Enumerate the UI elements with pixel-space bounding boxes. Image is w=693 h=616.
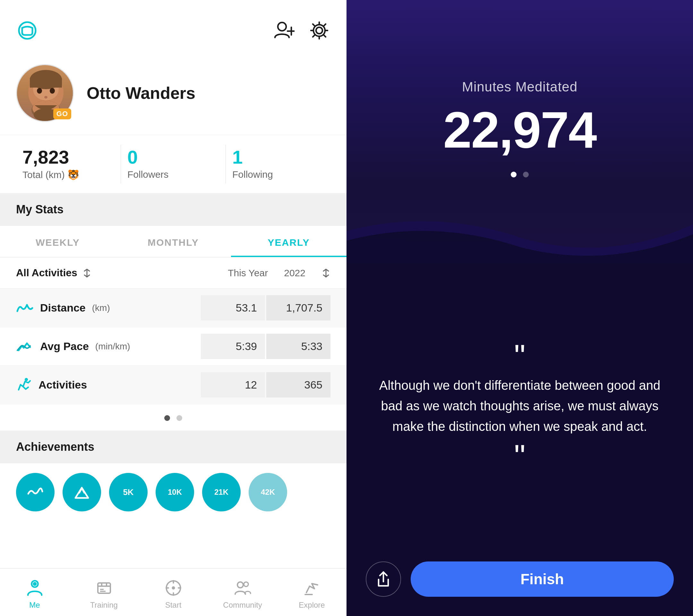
svg-point-11 [50,88,55,94]
total-km-stat: 7,823 Total (km) 🐯 [16,145,121,183]
followers-label: Followers [127,169,219,180]
activity-filter[interactable]: All Activities [16,267,92,279]
svg-point-16 [25,378,28,381]
svg-point-18 [33,582,37,586]
svg-point-12 [44,96,47,99]
share-icon [375,571,391,588]
svg-point-23 [244,582,248,587]
total-km-value: 7,823 [22,148,114,166]
training-icon [94,578,114,597]
bottom-nav: Me Training [0,568,346,616]
nav-training[interactable]: Training [69,575,139,613]
pace-2022: 5:33 [266,334,331,359]
badge-wave[interactable] [16,473,55,511]
meditation-label: Minutes Meditated [462,79,577,95]
chat-button[interactable] [16,19,39,42]
open-quote: " [514,343,526,369]
achievements-header: Achievements [0,431,346,463]
stats-pagination [0,405,346,431]
settings-button[interactable] [308,19,331,42]
followers-value: 0 [127,148,219,166]
community-icon [233,578,252,597]
svg-rect-9 [30,78,62,87]
nav-me[interactable]: Me [0,575,69,613]
meditation-number: 22,974 [443,104,596,156]
right-pagination [511,172,529,177]
me-icon [25,578,44,597]
quote-section: " Although we don't differentiate betwee… [346,263,693,549]
wave-badge-icon [26,482,45,502]
bottom-actions: Finish [346,549,693,616]
stats-table: Distance (km) 53.1 1,707.5 Avg Pace (min… [0,289,346,404]
close-quote: " [514,443,526,469]
stats-bar: 7,823 Total (km) 🐯 0 Followers 1 Followi… [0,135,346,193]
nav-start-label: Start [165,601,182,610]
total-km-label: Total (km) 🐯 [22,169,114,180]
achievements-row: 5K 10K 21K 42K [0,463,346,521]
nav-explore-label: Explore [299,601,325,610]
distance-2022: 1,707.5 [266,295,331,320]
distance-this-year: 53.1 [201,295,265,320]
activities-2022: 365 [266,372,331,398]
share-button[interactable] [366,561,401,597]
left-panel: GO Otto Wanders 7,823 Total (km) 🐯 0 Fol… [0,0,346,616]
year-filter[interactable]: This Year 2022 [228,267,331,278]
svg-point-10 [37,88,42,94]
profile-name: Otto Wanders [87,83,195,103]
badge-5k[interactable]: 5K [109,473,147,511]
explore-icon [302,578,321,597]
quote-text: Although we don't differentiate between … [372,375,667,437]
nav-start[interactable]: Start [139,575,208,613]
sort-icon [82,269,92,278]
meditation-section: Minutes Meditated 22,974 [346,0,693,263]
dot-2[interactable] [176,415,182,421]
svg-point-4 [316,27,322,34]
distance-row: Distance (km) 53.1 1,707.5 [0,289,346,327]
filter-row: All Activities This Year 2022 [0,257,346,289]
svg-point-5 [314,25,325,36]
this-year-label: This Year [228,267,268,278]
right-panel: Minutes Meditated 22,974 " Although we d… [346,0,693,616]
svg-point-22 [237,582,243,588]
following-value: 1 [232,148,324,166]
mountain-badge-icon [72,482,92,502]
dot-1[interactable] [164,415,170,421]
finish-button[interactable]: Finish [411,561,674,597]
wave-decoration [346,199,693,263]
following-label: Following [232,169,324,180]
badge-42k[interactable]: 42K [249,473,287,511]
activities-row: Activities 12 365 [0,366,346,404]
activities-label: Activities [16,378,201,392]
tab-yearly[interactable]: YEARLY [231,226,346,257]
nav-community[interactable]: Community [208,575,277,613]
right-dot-1[interactable] [511,172,517,177]
svg-point-21 [172,586,175,589]
run-icon [16,378,32,392]
distance-label: Distance (km) [16,302,201,314]
badge-21k[interactable]: 21K [202,473,241,511]
profile-section: GO Otto Wanders [0,51,346,135]
avatar: GO [16,64,74,122]
following-stat[interactable]: 1 Following [226,145,331,183]
distance-icon [16,302,34,314]
nav-training-label: Training [90,601,118,610]
badge-mountain[interactable] [63,473,101,511]
pace-row: Avg Pace (min/km) 5:39 5:33 [0,327,346,366]
year-sort-icon [321,269,331,278]
pace-this-year: 5:39 [201,334,265,359]
nav-community-label: Community [223,601,262,610]
tab-weekly[interactable]: WEEKLY [0,226,116,257]
start-icon [164,578,183,597]
tab-monthly[interactable]: MONTHLY [116,226,231,257]
right-dot-2[interactable] [523,172,529,177]
go-badge: GO [53,108,71,119]
nav-me-label: Me [29,601,40,610]
nav-explore[interactable]: Explore [277,575,346,613]
followers-stat[interactable]: 0 Followers [121,145,226,183]
activities-this-year: 12 [201,372,265,398]
add-user-button[interactable] [273,19,295,42]
pace-icon [16,340,34,353]
pace-label: Avg Pace (min/km) [16,340,201,353]
my-stats-header: My Stats [0,193,346,226]
badge-10k[interactable]: 10K [156,473,194,511]
